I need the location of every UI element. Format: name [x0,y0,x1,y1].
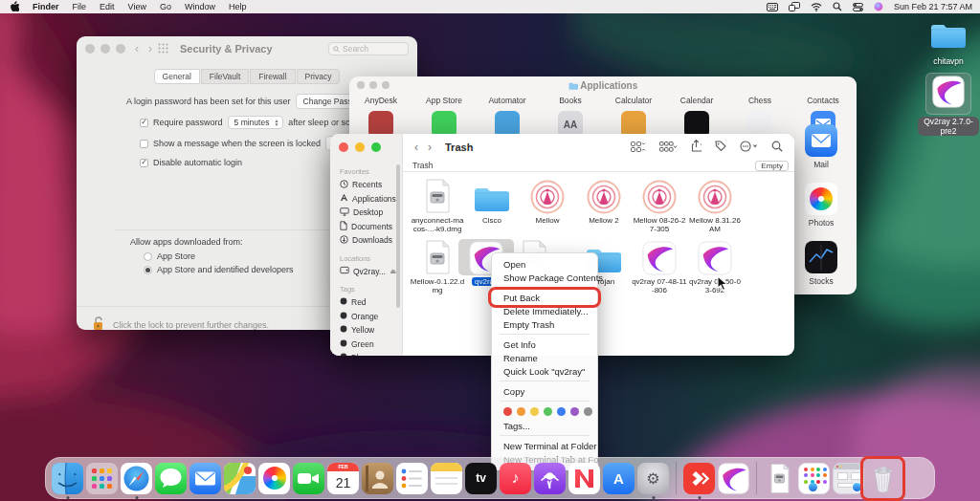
sidebar-scrollbar[interactable] [396,164,400,308]
sidebar-item-green[interactable]: Green [340,338,396,352]
back-icon[interactable]: ‹ [414,141,418,154]
tab-general[interactable]: General [154,69,200,84]
dock-item-contacts[interactable] [362,463,393,494]
lock-open-icon[interactable] [92,316,105,330]
dock-item-photos[interactable] [258,463,290,494]
show-message-checkbox[interactable] [140,140,148,148]
more-actions-icon[interactable] [740,139,758,156]
share-icon[interactable] [691,139,702,156]
sidebar-item-orange[interactable]: Orange [340,310,396,324]
dock-item-facetime[interactable] [293,463,324,494]
tag-color-dot[interactable] [517,407,525,416]
forward-icon[interactable]: › [428,141,432,154]
search-field[interactable]: Search [328,42,409,55]
menu-item-file[interactable]: File [73,2,87,11]
app-item-stocks[interactable]: Stocks [791,241,852,286]
zoom-button[interactable] [371,142,381,152]
file-mellow-08-26-27-305[interactable]: Mellow 08-26-27-305 [632,178,687,233]
dock-item-finder[interactable] [52,463,83,494]
file-mellow-0-1-22-dmg[interactable]: Mellow-0.1.22.dmg [410,239,465,294]
disable-auto-login-checkbox[interactable]: ✓ [140,159,148,167]
minimize-button[interactable] [355,142,365,152]
close-button[interactable] [357,81,365,89]
back-icon[interactable]: ‹ [135,42,139,55]
dock-item-safari[interactable] [121,463,152,494]
require-password-select[interactable]: 5 minutes ▲▼ [228,116,284,129]
menu-item-go[interactable]: Go [160,2,171,11]
menu-item-finder[interactable]: Finder [33,2,59,11]
tag-color-dot[interactable] [503,407,512,416]
zoom-button[interactable] [116,44,125,54]
empty-trash-button[interactable]: Empty [755,161,789,171]
require-password-checkbox[interactable]: ✓ [140,119,148,127]
desktop-icon-chitavpn[interactable]: chitavpn [918,21,979,66]
menu-item-window[interactable]: Window [185,2,215,11]
radio-1[interactable] [144,252,152,261]
dock-item-dmg-file[interactable] [764,463,795,494]
file-anyconnect-macos-k9-dmg[interactable]: anyconnect-macos-...-k9.dmg [410,178,465,233]
minimize-button[interactable] [100,44,110,54]
tag-color-dot[interactable] [557,407,566,416]
tag-icon[interactable] [715,139,726,156]
dock-item-tv[interactable]: tv [465,463,497,494]
sidebar-item-desktop[interactable]: Desktop [340,206,396,220]
zoom-button[interactable] [382,81,390,89]
tag-color-dot[interactable] [584,407,592,416]
desktop-icon-qv2ray-2-7-0-pre2[interactable]: Qv2ray 2.7.0-pre2 [918,73,979,138]
menu-item-open[interactable]: Open [492,257,597,271]
dock-item-news[interactable] [568,463,600,494]
tag-color-dot[interactable] [570,407,579,416]
keyboard-input-icon[interactable] [767,3,778,11]
menu-item-tags-[interactable]: Tags... [492,419,597,432]
minimize-button[interactable] [369,81,377,89]
menu-item-edit[interactable]: Edit [100,2,115,11]
app-item-mail[interactable]: Mail [791,124,852,169]
menu-item-put-back[interactable]: Put Back [492,291,597,304]
menu-item-empty-trash[interactable]: Empty Trash [492,317,597,331]
wifi-icon[interactable] [811,3,822,11]
sidebar-item-qv2ray-[interactable]: Qv2ray...⏏ [340,265,396,279]
control-center-icon[interactable] [853,3,863,11]
spotlight-icon[interactable] [833,2,842,11]
sidebar-item-yellow[interactable]: Yellow [340,323,396,338]
menu-clock[interactable]: Sun Feb 21 7:57 AM [894,2,972,11]
sidebar-item-red[interactable]: Red [340,295,396,310]
file-qv2ray-07-48-11-806[interactable]: qv2ray 07-48-11-806 [632,239,687,294]
tag-color-dot[interactable] [530,407,539,416]
dock-item-mail[interactable] [189,463,221,494]
file-mellow[interactable]: Mellow [520,178,575,225]
menu-item-copy[interactable]: Copy [492,384,597,398]
app-item-photos[interactable]: Photos [791,183,852,228]
menu-item-rename[interactable]: Rename [492,351,597,364]
dock-item-podcasts[interactable] [534,463,566,494]
dock-item-trash[interactable] [867,463,899,494]
tag-color-dot[interactable] [544,407,552,416]
search-icon[interactable] [771,139,783,156]
dock-item-window-stack[interactable] [833,463,864,494]
view-sort-icon[interactable] [631,139,646,156]
dock-item-anydesk[interactable] [683,463,715,494]
dock-item-qv2ray[interactable] [718,463,749,494]
menu-item-show-package-contents[interactable]: Show Package Contents [492,271,597,284]
dock-item-appstore[interactable]: A [603,463,635,494]
dock-item-reminders[interactable] [396,463,428,494]
dock-item-calendar[interactable]: FEB21 [327,463,359,494]
sidebar-item-recents[interactable]: Recents [340,178,396,192]
forward-icon[interactable]: › [148,42,152,55]
eject-icon[interactable]: ⏏ [390,268,396,275]
group-by-icon[interactable] [659,139,678,156]
sidebar-item-applications[interactable]: Applications [340,192,396,207]
menu-item-view[interactable]: View [128,2,146,11]
close-button[interactable] [339,142,348,152]
dock-item-launchpad[interactable] [86,463,118,494]
menu-item-help[interactable]: Help [229,2,247,11]
menu-item-quick-look-qv2ray-[interactable]: Quick Look "qv2ray" [492,364,597,378]
radio-2[interactable] [144,266,152,274]
close-button[interactable] [85,44,95,54]
dock-item-apps-stack[interactable] [798,463,830,494]
tab-firewall[interactable]: Firewall [250,69,295,84]
dock-item-messages[interactable] [155,463,187,494]
file-cisco[interactable]: Cisco [464,178,520,225]
file-mellow-8-31-26-am[interactable]: Mellow 8.31.26 AM [687,178,743,233]
dock-item-maps[interactable] [224,463,256,494]
